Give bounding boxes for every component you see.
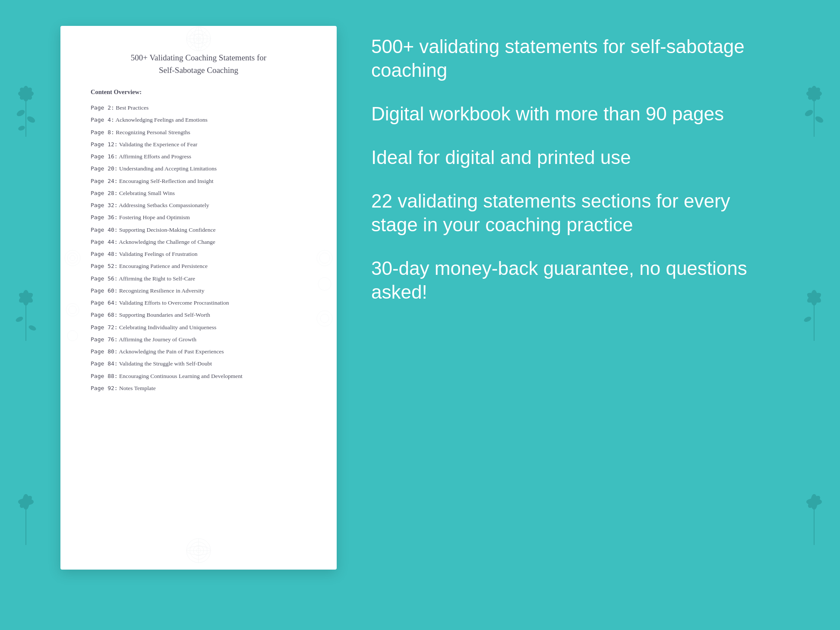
toc-item: Page 80: Acknowledging the Pain of Past …: [91, 346, 306, 358]
feature-text-2: Ideal for digital and printed use: [371, 145, 780, 169]
toc-item: Page 32: Addressing Setbacks Compassiona…: [91, 199, 306, 211]
svg-point-34: [803, 316, 812, 323]
svg-point-64: [319, 253, 330, 263]
toc-item: Page 64: Validating Efforts to Overcome …: [91, 297, 306, 309]
svg-point-65: [318, 277, 331, 290]
floral-decoration-right: [788, 0, 840, 630]
svg-point-14: [15, 316, 24, 323]
mandala-top-decoration: [151, 26, 246, 54]
content-overview-label: Content Overview:: [91, 88, 306, 96]
document-title: 500+ Validating Coaching Statements for …: [91, 52, 306, 76]
feature-item-2: Ideal for digital and printed use: [371, 145, 780, 169]
toc-item: Page 60: Recognizing Resilience in Adver…: [91, 285, 306, 297]
svg-point-60: [66, 303, 79, 316]
svg-point-15: [28, 324, 37, 332]
svg-point-25: [812, 91, 817, 96]
svg-point-38: [812, 499, 817, 504]
svg-point-8: [18, 125, 25, 131]
svg-point-6: [16, 108, 25, 117]
toc-item: Page 92: Notes Template: [91, 382, 306, 394]
svg-point-32: [812, 296, 816, 300]
feature-text-1: Digital workbook with more than 90 pages: [371, 102, 780, 126]
toc-item: Page 52: Encouraging Patience and Persis…: [91, 260, 306, 272]
toc-item: Page 20: Understanding and Accepting Lim…: [91, 163, 306, 175]
feature-item-1: Digital workbook with more than 90 pages: [371, 102, 780, 126]
toc-item: Page 68: Supporting Boundaries and Self-…: [91, 309, 306, 321]
svg-point-27: [804, 108, 814, 117]
toc-item: Page 44: Acknowledging the Challenge of …: [91, 236, 306, 248]
main-container: 500+ Validating Coaching Statements for …: [0, 0, 840, 630]
mandala-right-decoration: [316, 232, 333, 363]
svg-point-12: [24, 296, 28, 300]
svg-point-19: [23, 499, 28, 504]
feature-text-0: 500+ validating statements for self-sabo…: [371, 35, 780, 82]
svg-point-62: [67, 331, 78, 341]
svg-point-63: [317, 250, 332, 266]
svg-point-67: [320, 314, 329, 323]
toc-item: Page 2: Best Practices: [91, 102, 306, 114]
svg-point-28: [814, 115, 824, 123]
toc-item: Page 24: Encouraging Self-Reflection and…: [91, 175, 306, 187]
svg-point-58: [67, 253, 78, 263]
svg-point-61: [69, 306, 76, 314]
feature-text-3: 22 validating statements sections for ev…: [371, 189, 780, 236]
toc-item: Page 72: Celebrating Individuality and U…: [91, 321, 306, 334]
svg-point-66: [317, 311, 332, 326]
toc-item: Page 28: Celebrating Small Wins: [91, 187, 306, 199]
svg-point-57: [65, 250, 80, 266]
toc-item: Page 56: Affirming the Right to Self-Car…: [91, 273, 306, 285]
toc-item: Page 88: Encouraging Continuous Learning…: [91, 370, 306, 382]
svg-point-59: [70, 255, 75, 261]
toc-item: Page 40: Supporting Decision-Making Conf…: [91, 224, 306, 236]
toc-item: Page 36: Fostering Hope and Optimism: [91, 211, 306, 224]
features-panel: 500+ validating statements for self-sabo…: [371, 26, 780, 324]
toc-item: Page 8: Recognizing Personal Strengths: [91, 126, 306, 139]
svg-point-7: [26, 115, 36, 123]
toc-item: Page 12: Validating the Experience of Fe…: [91, 139, 306, 151]
document-panel: 500+ Validating Coaching Statements for …: [60, 26, 337, 570]
toc-item: Page 4: Acknowledging Feelings and Emoti…: [91, 114, 306, 126]
toc-item: Page 16: Affirming Efforts and Progress: [91, 151, 306, 163]
toc-item: Page 84: Validating the Struggle with Se…: [91, 358, 306, 370]
toc-item: Page 48: Validating Feelings of Frustrat…: [91, 248, 306, 260]
table-of-contents: Page 2: Best PracticesPage 4: Acknowledg…: [91, 102, 306, 394]
toc-item: Page 76: Affirming the Journey of Growth: [91, 334, 306, 346]
floral-decoration-left: [0, 0, 52, 630]
feature-item-4: 30-day money-back guarantee, no question…: [371, 256, 780, 304]
mandala-bottom-decoration: [151, 538, 246, 565]
svg-point-4: [23, 91, 28, 96]
feature-item-0: 500+ validating statements for self-sabo…: [371, 35, 780, 82]
feature-text-4: 30-day money-back guarantee, no question…: [371, 256, 780, 304]
feature-item-3: 22 validating statements sections for ev…: [371, 189, 780, 236]
mandala-left-decoration: [64, 232, 81, 363]
